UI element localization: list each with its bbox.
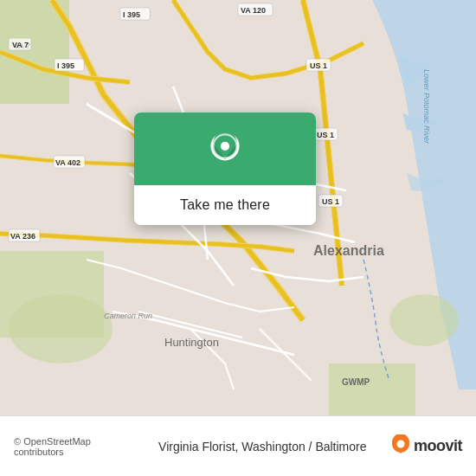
- svg-text:VA 7: VA 7: [12, 41, 29, 49]
- svg-text:I 395: I 395: [57, 61, 74, 70]
- copyright-text: © OpenStreetMap contributors: [14, 436, 134, 457]
- svg-text:US 1: US 1: [310, 61, 327, 70]
- moovit-pin-icon: [391, 434, 410, 459]
- popup-green-area: [134, 113, 316, 185]
- svg-text:Huntington: Huntington: [164, 336, 219, 349]
- svg-point-34: [221, 142, 229, 151]
- svg-text:US 1: US 1: [322, 197, 339, 206]
- moovit-brand-text: moovit: [414, 437, 462, 455]
- svg-point-37: [396, 440, 404, 447]
- location-pin-icon: [206, 132, 244, 170]
- location-title: Virginia Florist, Washington / Baltimore: [143, 440, 383, 453]
- popup-card: Take me there: [134, 113, 316, 225]
- svg-text:I 395: I 395: [123, 10, 140, 19]
- svg-text:Alexandria: Alexandria: [313, 243, 384, 258]
- svg-point-3: [9, 294, 113, 363]
- svg-rect-5: [329, 363, 415, 415]
- map-area: VA 7 VA 7 I 395 VA 120 I 395 US 1 US 1 U…: [0, 0, 476, 415]
- svg-text:VA 236: VA 236: [10, 232, 35, 241]
- svg-text:VA 120: VA 120: [241, 6, 266, 15]
- svg-text:VA 402: VA 402: [55, 158, 80, 167]
- take-me-there-button[interactable]: Take me there: [134, 185, 316, 225]
- svg-text:US 1: US 1: [317, 131, 334, 139]
- moovit-logo: moovit: [391, 434, 462, 459]
- footer-bar: © OpenStreetMap contributors Virginia Fl…: [0, 415, 476, 476]
- svg-text:GWMP: GWMP: [342, 377, 370, 387]
- svg-point-4: [389, 294, 459, 346]
- svg-text:Cameron Run: Cameron Run: [104, 312, 152, 320]
- svg-text:Lower Potomac River: Lower Potomac River: [422, 69, 431, 145]
